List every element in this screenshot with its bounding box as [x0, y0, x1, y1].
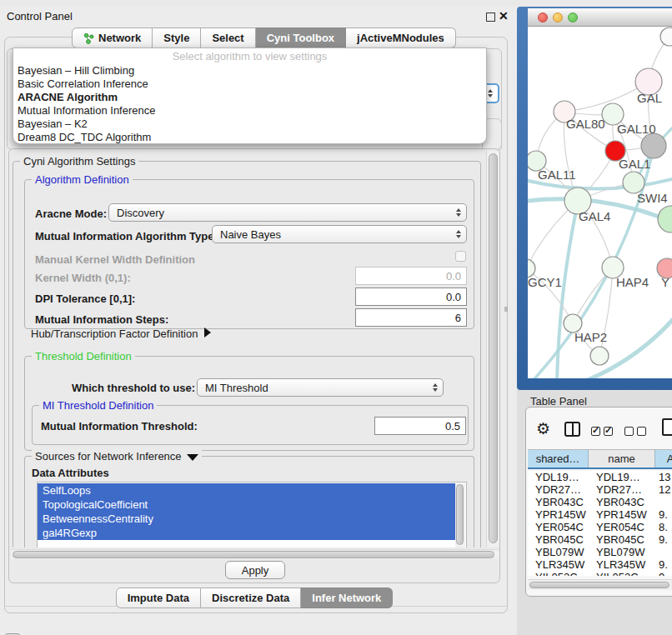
select-all-columns-icon[interactable]	[591, 427, 613, 436]
network-node[interactable]	[641, 133, 666, 158]
dropdown-hint: Select algorithm to view settings	[13, 50, 486, 62]
collapse-arrow-icon[interactable]	[187, 454, 198, 461]
deselect-all-columns-icon[interactable]	[624, 427, 646, 436]
mi-threshold-field[interactable]: 0.5	[374, 417, 466, 435]
tab-style[interactable]: Style	[153, 28, 201, 48]
algorithm-option-mutual-information-inference[interactable]: Mutual Information Inference	[16, 104, 484, 118]
network-window-titlebar[interactable]	[528, 8, 672, 27]
network-canvas[interactable]: GALGAL80GAL10GAL1GAL11SWI4GAL4GCY1HAP4YH…	[528, 27, 672, 378]
stepper-icon	[456, 208, 461, 217]
tab-discretize-data[interactable]: Discretize Data	[201, 588, 301, 608]
attribute-item-betweennesscentrality[interactable]: BetweennessCentrality	[38, 512, 455, 526]
gear-icon[interactable]: ⚙	[536, 421, 550, 437]
which-threshold-value: MI Threshold	[205, 382, 268, 394]
tab-jactivemnodules[interactable]: jActiveMNodules	[346, 28, 456, 48]
network-edge-thick[interactable]	[557, 202, 578, 378]
attribute-item-selfloops[interactable]: SelfLoops	[38, 483, 455, 498]
table-panel-title: Table Panel	[530, 395, 587, 408]
which-threshold-select[interactable]: MI Threshold	[197, 378, 444, 397]
aracne-mode-select[interactable]: Discovery	[108, 203, 467, 222]
table-row[interactable]: YBR045CYBR045C9.	[528, 533, 672, 546]
node-label-gcy1: GCY1	[528, 275, 562, 289]
settings-horizontal-scrollbar[interactable]	[11, 549, 499, 559]
table-header-row: shared…nameA	[528, 449, 672, 469]
table-row[interactable]: YBL079WYBL079W	[528, 546, 672, 558]
mi-algorithm-type-select[interactable]: Naive Bayes	[212, 225, 467, 243]
table-panel: ⚙ shared…nameA YDL19…YDL19…13YDR27…YDR27…	[525, 407, 672, 597]
tab-network[interactable]: Network	[72, 28, 153, 48]
panel-title: Control Panel	[7, 10, 73, 22]
node-label-gal80: GAL80	[566, 117, 605, 131]
columns-icon[interactable]	[564, 422, 580, 437]
table-row[interactable]: YPR145WYPR145W9.	[528, 508, 672, 521]
mi-type-value: Naive Bayes	[220, 228, 281, 241]
obscured-combo-fragment	[487, 83, 499, 103]
column-header-shared[interactable]: shared…	[528, 450, 589, 468]
manual-kernel-checkbox	[455, 251, 466, 262]
algorithm-option-basic-correlation-inference[interactable]: Basic Correlation Inference	[16, 78, 484, 91]
node-label-gal1: GAL1	[619, 157, 650, 171]
window-close-button[interactable]	[538, 12, 548, 22]
close-panel-icon[interactable]: ✕	[499, 9, 509, 22]
network-node[interactable]	[658, 206, 672, 232]
hub-definition-expander[interactable]: Hub/Transcription Factor Definition	[31, 328, 211, 340]
group-title: Cyni Algorithm Settings	[20, 155, 138, 168]
node-label-hap4: HAP4	[616, 275, 649, 289]
expand-arrow-icon[interactable]	[204, 328, 211, 338]
attribute-item-gal4rgexp[interactable]: gal4RGexp	[38, 526, 455, 540]
node-label-gal10: GAL10	[617, 122, 656, 136]
network-node[interactable]	[590, 347, 609, 365]
table-cell: YBR043C	[528, 496, 589, 508]
list-scrollbar[interactable]	[455, 483, 465, 548]
control-panel: Control Panel ✕ NetworkStyleSelectCyni T…	[0, 7, 519, 635]
algorithm-option-bayesian-k2[interactable]: Bayesian – K2	[16, 118, 484, 131]
table-horizontal-scrollbar[interactable]	[528, 579, 672, 590]
attribute-item-topologicalcoefficient[interactable]: TopologicalCoefficient	[38, 498, 455, 512]
table-row[interactable]: YIL052CYIL052C9	[528, 571, 672, 576]
table-cell: YIL052C	[589, 571, 655, 576]
stepper-icon	[456, 230, 461, 238]
table-panel-area: Table Panel ⚙ shared…nameA YDL19…YDL19…1…	[517, 390, 672, 635]
table-cell: YBR043C	[589, 496, 655, 508]
table-cell: YBR045C	[528, 533, 589, 546]
cyni-settings-scrollpane: Cyni Algorithm Settings Algorithm Defini…	[8, 148, 500, 583]
network-node[interactable]	[660, 28, 672, 46]
tab-infer-network[interactable]: Infer Network	[301, 588, 393, 608]
table-row[interactable]: YDL19…YDL19…13	[528, 471, 672, 483]
apply-label: Apply	[242, 564, 269, 577]
table-row[interactable]: YER054CYER054C8.	[528, 521, 672, 533]
table-cell: YDR27…	[589, 483, 655, 496]
column-header-name[interactable]: name	[589, 450, 655, 468]
column-header-a[interactable]: A	[655, 450, 672, 468]
settings-vertical-scrollbar[interactable]	[486, 151, 499, 548]
table-cell: YLR345W	[528, 558, 589, 571]
tab-impute-data[interactable]: Impute Data	[116, 588, 201, 608]
window-minimize-button[interactable]	[553, 12, 563, 22]
algorithm-option-dream8-dc-tdc-algorithm[interactable]: Dream8 DC_TDC Algorithm	[16, 131, 484, 144]
dpi-tolerance-field[interactable]: 0.0	[355, 288, 467, 306]
table-cell: YLR345W	[589, 558, 655, 571]
network-tab-icon	[83, 32, 94, 44]
tab-cyni-toolbox[interactable]: Cyni Toolbox	[256, 28, 346, 48]
window-zoom-button[interactable]	[568, 12, 578, 22]
apply-row: Apply	[9, 561, 501, 579]
document-icon[interactable]	[662, 418, 672, 436]
tab-label: Impute Data	[128, 592, 189, 604]
data-attributes-list[interactable]: SelfLoopsTopologicalCoefficientBetweenne…	[37, 482, 467, 548]
algorithm-option-bayesian-hill-climbing[interactable]: Bayesian – Hill Climbing	[16, 64, 484, 78]
which-threshold-label: Which threshold to use:	[72, 382, 195, 394]
splitter-handle[interactable]	[504, 307, 508, 312]
table-row[interactable]: YBR043CYBR043C	[528, 496, 672, 508]
table-row[interactable]: YDR27…YDR27…12	[528, 483, 672, 496]
table-cell: YDR27…	[528, 483, 589, 496]
table-body: YDL19…YDL19…13YDR27…YDR27…12YBR043CYBR04…	[528, 471, 672, 576]
table-cell: 8.	[655, 521, 672, 533]
float-panel-icon[interactable]	[486, 12, 495, 22]
sources-collapser[interactable]: Sources for Network Inference	[32, 450, 202, 462]
tab-select[interactable]: Select	[201, 28, 255, 48]
table-row[interactable]: YLR345WYLR345W9.	[528, 558, 672, 571]
mi-steps-field[interactable]: 6	[355, 308, 467, 327]
algorithm-option-aracne-algorithm[interactable]: ARACNE Algorithm	[16, 91, 484, 104]
apply-button[interactable]: Apply	[225, 561, 285, 579]
algorithm-definition-group: Algorithm Definition Aracne Mode: Discov…	[24, 179, 474, 329]
